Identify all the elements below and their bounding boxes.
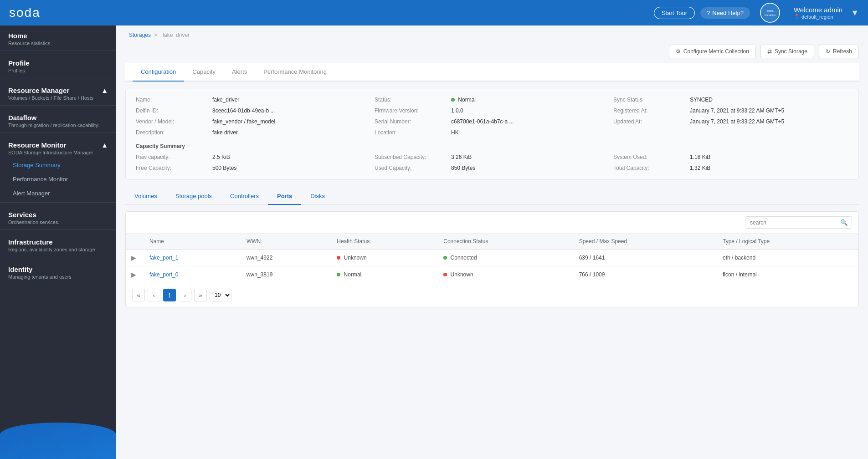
refresh-button[interactable]: ↻ Refresh — [819, 45, 859, 58]
sidebar-home-title[interactable]: Home — [8, 32, 108, 40]
tab-performance-monitoring[interactable]: Performance Monitoring — [255, 63, 335, 82]
page-size-select[interactable]: 10 25 50 — [210, 289, 231, 301]
sidebar: Home Resource statistics Profile Profile… — [0, 26, 116, 459]
sub-tab-volumes[interactable]: Volumes — [125, 188, 166, 205]
page-first-button[interactable]: « — [132, 289, 145, 301]
field-value-system-used: 1.18 KiB — [690, 154, 848, 160]
sub-tab-disks[interactable]: Disks — [301, 188, 334, 205]
breadcrumb: Storages > fake_driver — [116, 26, 868, 41]
port-connection-status: Unknown — [438, 266, 573, 283]
search-icon-button[interactable]: 🔍 — [837, 217, 852, 228]
logo: soda — [9, 5, 41, 20]
sidebar-services-title[interactable]: Services — [8, 211, 108, 219]
expand-row-button[interactable]: ▶ — [131, 254, 136, 261]
field-label-sync-status: Sync Status — [613, 97, 686, 103]
page-1-button[interactable]: 1 — [163, 289, 176, 301]
user-menu-chevron[interactable]: ▼ — [851, 8, 859, 18]
sidebar-resource-manager[interactable]: Resource Manager ▲ Volumes / Buckets / F… — [0, 80, 116, 103]
col-health-status: Health Status — [331, 234, 438, 250]
page-next-button[interactable]: › — [179, 289, 191, 301]
port-connection-status: Connected — [438, 250, 573, 266]
port-health-status: Unknown — [331, 250, 438, 266]
table-row: ▶ fake_port_0 wwn_3819 Normal Unknown 76… — [126, 266, 858, 283]
sidebar-infrastructure-sub: Regions, availability zones and storage — [8, 247, 108, 252]
configure-metric-button[interactable]: ⚙ Configure Metric Collection — [669, 45, 756, 58]
main-tabs: Configuration Capacity Alerts Performanc… — [125, 63, 859, 82]
action-buttons-row: ⚙ Configure Metric Collection ⇄ Sync Sto… — [125, 41, 859, 58]
port-speed: 766 / 1009 — [574, 266, 717, 283]
port-name-link[interactable]: fake_port_0 — [149, 271, 178, 278]
svg-text:soda: soda — [766, 9, 773, 12]
need-help-button[interactable]: ? Need Help? — [700, 7, 750, 19]
field-value-serial: c68700e1-061a-4b7c-a ... — [451, 118, 610, 125]
field-label-free-capacity: Free Capacity: — [136, 165, 209, 171]
sidebar-infrastructure[interactable]: Infrastructure Regions, availability zon… — [0, 232, 116, 255]
sidebar-home-sub: Resource statistics — [8, 41, 108, 46]
port-wwn: wwn_3819 — [241, 266, 331, 283]
sidebar-resource-manager-title[interactable]: Resource Manager ▲ — [8, 87, 108, 94]
info-card: Name: fake_driver Status: Normal Sync St… — [125, 88, 859, 180]
breadcrumb-parent[interactable]: Storages — [129, 32, 151, 38]
user-name: Welcome admin — [794, 6, 842, 14]
sub-tab-storage-pools[interactable]: Storage pools — [166, 188, 221, 205]
breadcrumb-current: fake_driver — [163, 32, 190, 38]
sub-tab-ports[interactable]: Ports — [268, 188, 301, 205]
expand-row-button[interactable]: ▶ — [131, 271, 136, 278]
sidebar-resource-monitor-title[interactable]: Resource Monitor ▲ — [8, 141, 108, 149]
field-value-firmware: 1.0.0 — [451, 107, 610, 114]
tab-configuration[interactable]: Configuration — [133, 63, 184, 82]
col-name: Name — [144, 234, 241, 250]
sidebar-identity[interactable]: Identity Managing tenants and users — [0, 259, 116, 282]
sync-storage-button[interactable]: ⇄ Sync Storage — [760, 45, 814, 58]
sub-tab-controllers[interactable]: Controllers — [221, 188, 268, 205]
field-label-vendor: Vendor / Model: — [136, 118, 209, 125]
location-pin-icon: 📍 — [794, 14, 800, 20]
page-last-button[interactable]: » — [194, 289, 207, 301]
pagination: « ‹ 1 › » 10 25 50 — [126, 283, 858, 307]
sidebar-item-storage-summary[interactable]: Storage Summary — [0, 158, 116, 172]
port-type: ficon / internal — [717, 266, 858, 283]
sidebar-services[interactable]: Services Orchestration services. — [0, 204, 116, 228]
field-value-registered: January 7, 2021 at 9:33:22 AM GMT+5 — [690, 107, 848, 114]
status-dot-normal — [451, 98, 455, 102]
field-label-name: Name: — [136, 97, 209, 103]
field-label-registered: Registered At: — [613, 107, 686, 114]
tab-capacity[interactable]: Capacity — [184, 63, 224, 82]
sidebar-profile-title[interactable]: Profile — [8, 59, 108, 67]
question-icon: ? — [707, 10, 710, 16]
field-label-total-capacity: Total Capacity: — [613, 165, 686, 171]
sidebar-item-alert-manager[interactable]: Alert Manager — [0, 186, 116, 200]
field-value-total-capacity: 1.32 KiB — [690, 165, 848, 171]
table-search-bar: 🔍 — [126, 212, 858, 234]
field-value-subscribed: 3.26 KiB — [451, 154, 610, 160]
sidebar-profile[interactable]: Profile Profiles — [0, 53, 116, 76]
expand-icon: ▲ — [101, 141, 108, 149]
search-input[interactable] — [745, 217, 837, 228]
col-expand — [126, 234, 144, 250]
sidebar-profile-sub: Profiles — [8, 68, 108, 73]
sidebar-infrastructure-title[interactable]: Infrastructure — [8, 238, 108, 246]
start-tour-button[interactable]: Start Tour — [654, 7, 695, 19]
field-value-status: Normal — [451, 97, 610, 103]
field-value-free-capacity: 500 Bytes — [212, 165, 371, 171]
info-grid: Name: fake_driver Status: Normal Sync St… — [136, 97, 848, 171]
tab-alerts[interactable]: Alerts — [224, 63, 255, 82]
port-name-link[interactable]: fake_port_1 — [149, 255, 178, 261]
field-value-used-capacity: 850 Bytes — [451, 165, 610, 171]
field-value-name: fake_driver — [212, 97, 371, 103]
top-nav: soda Start Tour ? Need Help? soda founda… — [0, 0, 868, 26]
field-label-serial: Serial Number: — [375, 118, 447, 125]
nav-actions: Start Tour ? Need Help? soda foundation … — [654, 3, 859, 23]
field-label-raw-capacity: Raw capacity: — [136, 154, 209, 160]
soda-foundation-logo: soda foundation — [760, 3, 780, 23]
refresh-icon: ↻ — [826, 48, 830, 55]
sidebar-resource-monitor[interactable]: Resource Monitor ▲ SODA Storage Infrastr… — [0, 135, 116, 158]
sidebar-home[interactable]: Home Resource statistics — [0, 26, 116, 49]
sidebar-identity-title[interactable]: Identity — [8, 265, 108, 273]
sidebar-dataflow[interactable]: Dataflow Through migration / replication… — [0, 107, 116, 131]
sidebar-item-performance-monitor[interactable]: Performance Monitor — [0, 172, 116, 186]
page-prev-button[interactable]: ‹ — [148, 289, 160, 301]
sidebar-dataflow-title[interactable]: Dataflow — [8, 114, 108, 122]
search-box[interactable]: 🔍 — [745, 216, 852, 229]
sync-icon: ⇄ — [767, 48, 772, 55]
